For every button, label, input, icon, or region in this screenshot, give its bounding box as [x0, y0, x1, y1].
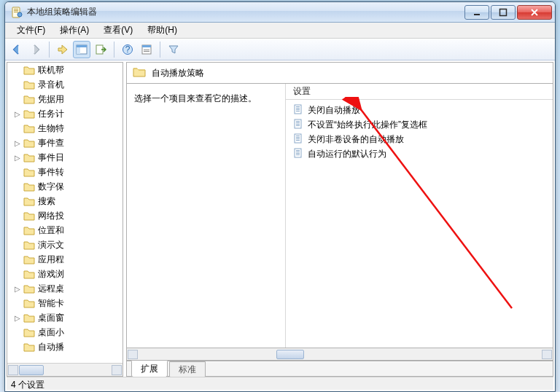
scroll-left-icon[interactable]	[8, 365, 18, 375]
tree-pane: 联机帮录音机凭据用▷任务计生物特▷事件查▷事件日事件转数字保搜索网络投位置和演示…	[7, 62, 123, 377]
toolbar-separator	[114, 42, 114, 58]
svg-rect-29	[296, 137, 300, 138]
tree-item-label: 任务计	[38, 108, 64, 120]
policy-icon	[293, 119, 303, 131]
window-title: 本地组策略编辑器	[27, 6, 463, 18]
tree-item[interactable]: 自动播	[7, 340, 122, 354]
menu-file[interactable]: 文件(F)	[9, 23, 52, 38]
tree-item-label: 搜索	[38, 195, 55, 208]
svg-rect-30	[296, 138, 300, 139]
policy-icon	[293, 104, 303, 117]
details-title: 自动播放策略	[152, 67, 204, 79]
details-h-scrollbar[interactable]	[126, 348, 553, 361]
tree-item-label: 桌面小	[38, 326, 64, 339]
scroll-thumb[interactable]	[276, 350, 304, 359]
folder-icon	[23, 283, 35, 294]
minimize-button[interactable]	[464, 5, 489, 20]
close-button[interactable]	[517, 5, 552, 20]
setting-label: 关闭非卷设备的自动播放	[308, 133, 404, 146]
svg-rect-2	[14, 10, 18, 11]
svg-rect-23	[296, 121, 300, 122]
expand-icon[interactable]: ▷	[13, 154, 22, 162]
back-button[interactable]	[8, 41, 26, 58]
forward-button[interactable]	[27, 41, 44, 58]
tree-item[interactable]: 凭据用	[7, 92, 122, 106]
expand-icon[interactable]: ▷	[13, 285, 22, 293]
tree-item[interactable]: 演示文	[7, 238, 122, 252]
setting-row[interactable]: 关闭非卷设备的自动播放	[286, 132, 553, 146]
tree-item[interactable]: 录音机	[7, 77, 122, 92]
tree-item[interactable]: ▷任务计	[7, 106, 122, 121]
folder-icon	[23, 211, 35, 221]
export-button[interactable]	[92, 41, 109, 58]
svg-rect-14	[142, 45, 151, 47]
tab-standard[interactable]: 标准	[169, 361, 206, 378]
tree-item-label: 事件日	[38, 152, 64, 164]
expand-icon[interactable]: ▷	[13, 314, 22, 322]
menubar: 文件(F) 操作(A) 查看(V) 帮助(H)	[5, 23, 555, 39]
help-button[interactable]: ?	[119, 41, 136, 58]
folder-icon	[23, 152, 35, 162]
svg-rect-26	[296, 125, 300, 126]
tree-item[interactable]: 数字保	[7, 179, 122, 194]
show-tree-button[interactable]	[73, 41, 90, 58]
scroll-right-icon[interactable]	[112, 365, 122, 375]
tree-item-label: 位置和	[38, 224, 64, 237]
policy-icon	[293, 148, 303, 160]
tree-item[interactable]: 位置和	[7, 223, 122, 238]
toolbar-separator	[160, 42, 160, 58]
setting-row[interactable]: 不设置“始终执行此操作”复选框	[286, 117, 553, 132]
tree-item[interactable]: 事件转	[7, 165, 122, 179]
menu-help[interactable]: 帮助(H)	[140, 23, 184, 38]
settings-rows: 关闭自动播放不设置“始终执行此操作”复选框关闭非卷设备的自动播放自动运行的默认行…	[286, 100, 553, 348]
tree-h-scrollbar[interactable]	[7, 363, 122, 376]
tree-item[interactable]: 搜索	[7, 194, 122, 208]
tree-item[interactable]: ▷桌面窗	[7, 310, 122, 325]
svg-point-4	[18, 12, 22, 17]
tree-item[interactable]: 桌面小	[7, 325, 122, 340]
expand-icon[interactable]: ▷	[13, 110, 22, 118]
column-header-setting[interactable]: 设置	[286, 84, 553, 100]
folder-icon	[23, 269, 35, 279]
tree-item-label: 演示文	[38, 239, 64, 251]
tree-item-label: 联机帮	[38, 64, 64, 77]
svg-rect-6	[500, 9, 507, 15]
scroll-right-icon[interactable]	[542, 350, 552, 359]
toolbar: ?	[5, 39, 555, 60]
up-button[interactable]	[54, 41, 71, 58]
scroll-thumb[interactable]	[19, 365, 44, 375]
tree-body[interactable]: 联机帮录音机凭据用▷任务计生物特▷事件查▷事件日事件转数字保搜索网络投位置和演示…	[7, 63, 122, 363]
tree-item-label: 游戏浏	[38, 268, 64, 281]
tree-item[interactable]: 应用程	[7, 252, 122, 267]
tab-extended[interactable]: 扩展	[131, 361, 168, 377]
tree-item[interactable]: 游戏浏	[7, 267, 122, 281]
setting-row[interactable]: 关闭自动播放	[286, 103, 553, 117]
menu-view[interactable]: 查看(V)	[96, 23, 140, 38]
svg-rect-5	[474, 14, 480, 15]
menu-action[interactable]: 操作(A)	[52, 23, 96, 38]
folder-icon	[23, 196, 35, 206]
tree-item-label: 桌面窗	[38, 312, 64, 324]
tree-item[interactable]: ▷远程桌	[7, 281, 122, 296]
properties-button[interactable]	[138, 41, 155, 58]
scroll-left-icon[interactable]	[128, 350, 138, 359]
tree-item-label: 录音机	[38, 79, 64, 91]
maximize-button[interactable]	[491, 5, 516, 20]
tree-item[interactable]: 智能卡	[7, 296, 122, 310]
svg-text:?: ?	[125, 44, 131, 55]
settings-list-pane: 设置 关闭自动播放不设置“始终执行此操作”复选框关闭非卷设备的自动播放自动运行的…	[286, 84, 553, 348]
expand-icon[interactable]: ▷	[13, 139, 22, 147]
tree-item-label: 事件查	[38, 137, 64, 149]
tree-item[interactable]: ▷事件查	[7, 136, 122, 150]
tree-item[interactable]: 联机帮	[7, 63, 122, 77]
svg-rect-19	[296, 108, 300, 109]
folder-icon	[133, 66, 146, 79]
setting-row[interactable]: 自动运行的默认行为	[286, 146, 553, 161]
setting-label: 不设置“始终执行此操作”复选框	[308, 119, 427, 131]
bottom-tabs: 扩展 标准	[126, 361, 553, 377]
svg-rect-20	[296, 109, 300, 110]
filter-button[interactable]	[165, 41, 182, 58]
tree-item[interactable]: ▷事件日	[7, 150, 122, 165]
tree-item[interactable]: 网络投	[7, 208, 122, 223]
tree-item[interactable]: 生物特	[7, 121, 122, 136]
